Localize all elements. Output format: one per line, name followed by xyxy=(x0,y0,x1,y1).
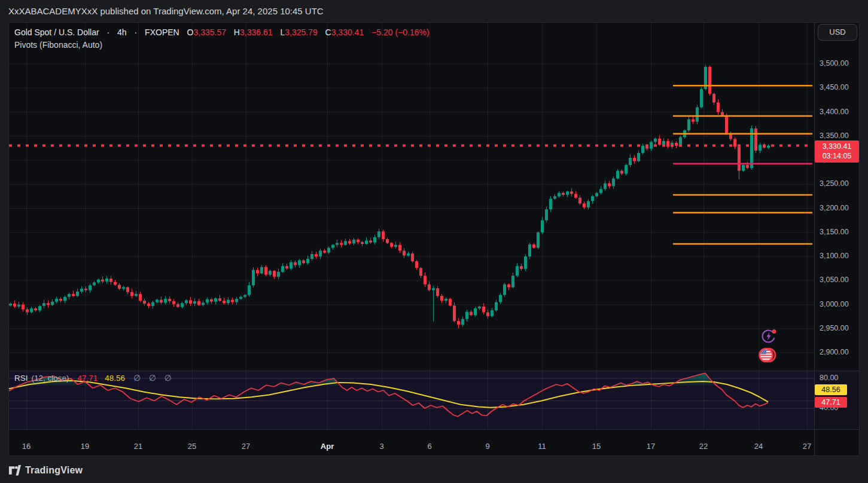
tradingview-logo[interactable]: TradingView xyxy=(8,463,83,478)
candle xyxy=(126,288,129,292)
candle xyxy=(595,193,598,197)
rsi-value-badge: 47.71 xyxy=(815,397,847,408)
rsi-ma-line xyxy=(8,381,768,408)
candle xyxy=(444,299,447,301)
price-axis-label: 2,950.00 xyxy=(820,324,849,332)
candle xyxy=(139,294,142,301)
candle xyxy=(243,295,246,296)
price-axis-label: 3,200.00 xyxy=(820,204,849,212)
candle xyxy=(118,285,121,288)
rsi-axis-label: 80.00 xyxy=(820,374,838,382)
candle xyxy=(252,270,255,286)
candle xyxy=(616,171,619,179)
candle xyxy=(331,245,334,248)
candle xyxy=(528,244,531,256)
candle xyxy=(84,289,87,290)
candle xyxy=(306,259,309,263)
candle xyxy=(746,165,749,168)
candle xyxy=(344,241,347,244)
candle xyxy=(189,300,192,304)
candle xyxy=(675,143,678,146)
time-axis-label: 22 xyxy=(699,442,708,451)
price-axis-label: 3,450.00 xyxy=(820,83,849,91)
candle xyxy=(465,312,468,319)
candle xyxy=(440,296,443,301)
candle xyxy=(72,294,75,296)
candle xyxy=(352,240,355,243)
candle xyxy=(235,299,238,302)
candle xyxy=(398,245,401,251)
candle xyxy=(708,67,711,94)
high-label: H xyxy=(234,27,240,37)
candle xyxy=(415,261,418,268)
events-lightning-icon[interactable] xyxy=(761,328,777,344)
candle xyxy=(491,310,494,316)
price-axis-label: 2,900.00 xyxy=(820,348,849,356)
candle xyxy=(394,245,397,247)
candle xyxy=(767,146,770,148)
candle xyxy=(227,299,230,303)
candle xyxy=(63,297,66,301)
candle xyxy=(256,270,259,274)
time-axis-label: 17 xyxy=(647,442,655,451)
candle xyxy=(411,253,414,261)
rsi-params: (12, close) xyxy=(32,374,69,383)
candle xyxy=(231,299,234,302)
candle xyxy=(365,240,368,244)
candle xyxy=(214,298,217,302)
candle xyxy=(511,276,514,287)
price-axis-label: 3,250.00 xyxy=(820,179,849,188)
chart-canvas xyxy=(0,0,868,483)
currency-usd-button[interactable]: USD xyxy=(818,24,857,41)
candle xyxy=(717,102,720,112)
time-axis-label: 3 xyxy=(379,442,383,451)
candle xyxy=(68,294,71,297)
candle xyxy=(105,279,108,282)
candle xyxy=(13,304,16,307)
candle xyxy=(147,304,150,306)
change-value: −5.20 (−0.16%) xyxy=(371,27,430,37)
symbol-title[interactable]: Gold Spot / U.S. Dollar xyxy=(14,27,99,37)
candle xyxy=(181,303,184,307)
price-axis-label: 3,150.00 xyxy=(820,228,849,236)
candle xyxy=(503,285,506,295)
candle xyxy=(290,262,293,268)
candle xyxy=(76,292,79,296)
interval-label[interactable]: 4h xyxy=(117,27,127,37)
us-flag-event-icon[interactable] xyxy=(758,346,776,364)
candle xyxy=(202,302,205,305)
candle xyxy=(218,298,221,301)
candle xyxy=(369,240,372,242)
rsi-empty-value: ∅ xyxy=(133,374,141,383)
candle xyxy=(109,279,112,282)
indicator-legend-rsi[interactable]: RSI(12, close)47.7148.56∅∅∅ xyxy=(14,373,171,383)
candle xyxy=(336,243,339,244)
candle xyxy=(310,254,313,259)
candle xyxy=(22,305,25,310)
high-value: 3,336.61 xyxy=(240,27,273,37)
candle xyxy=(193,301,196,304)
candle xyxy=(700,89,703,108)
candle xyxy=(457,321,460,325)
candle xyxy=(386,239,389,243)
candle xyxy=(449,299,452,305)
pane-separator[interactable] xyxy=(9,371,859,371)
candle xyxy=(696,107,699,121)
candle xyxy=(285,266,288,268)
candle xyxy=(348,241,351,243)
candle xyxy=(687,120,690,131)
candle xyxy=(357,240,360,242)
candle xyxy=(637,153,640,161)
candle xyxy=(424,276,427,284)
candle xyxy=(164,299,167,302)
indicator-legend-pivots[interactable]: Pivots (Fibonacci, Auto) xyxy=(14,40,102,50)
low-value: 3,325.79 xyxy=(285,27,318,37)
candle xyxy=(248,285,251,295)
candle xyxy=(30,308,33,312)
candle xyxy=(80,289,83,292)
candle xyxy=(692,120,695,122)
time-axis-label: 21 xyxy=(134,442,142,451)
candle xyxy=(377,231,380,237)
candle xyxy=(658,139,661,145)
candle xyxy=(390,243,393,246)
